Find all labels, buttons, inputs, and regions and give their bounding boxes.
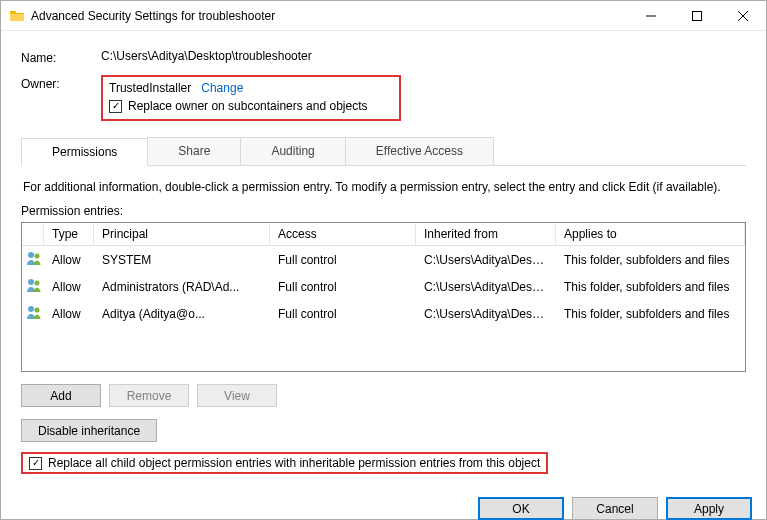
- cell-principal: Administrators (RAD\Ad...: [94, 278, 270, 296]
- owner-highlight-box: TrustedInstaller Change ✓ Replace owner …: [101, 75, 401, 121]
- owner-label: Owner:: [21, 75, 101, 121]
- svg-rect-0: [693, 11, 702, 20]
- col-inherited[interactable]: Inherited from: [416, 223, 556, 245]
- col-applies[interactable]: Applies to: [556, 223, 745, 245]
- svg-point-3: [28, 279, 34, 285]
- principal-icon: [22, 302, 44, 325]
- entry-action-row: Add Remove View: [21, 384, 746, 407]
- cell-inherited: C:\Users\Aditya\Deskt...: [416, 305, 556, 323]
- remove-button[interactable]: Remove: [109, 384, 189, 407]
- content-area: Name: C:\Users\Aditya\Desktop\troublesho…: [1, 31, 766, 486]
- name-label: Name:: [21, 49, 101, 65]
- table-row[interactable]: AllowAdministrators (RAD\Ad...Full contr…: [22, 273, 745, 300]
- owner-row: Owner: TrustedInstaller Change ✓ Replace…: [21, 75, 746, 121]
- disable-inheritance-row: Disable inheritance: [21, 419, 746, 442]
- dialog-window: Advanced Security Settings for troublesh…: [0, 0, 767, 520]
- replace-all-label: Replace all child object permission entr…: [48, 456, 540, 470]
- col-principal[interactable]: Principal: [94, 223, 270, 245]
- cell-applies: This folder, subfolders and files: [556, 278, 745, 296]
- permission-entries-list[interactable]: Type Principal Access Inherited from App…: [21, 222, 746, 372]
- folder-icon: [9, 8, 25, 24]
- svg-point-4: [35, 281, 40, 286]
- cell-access: Full control: [270, 305, 416, 323]
- svg-point-1: [28, 252, 34, 258]
- cell-access: Full control: [270, 251, 416, 269]
- tab-share[interactable]: Share: [147, 137, 241, 165]
- cell-applies: This folder, subfolders and files: [556, 305, 745, 323]
- entries-header-row: Type Principal Access Inherited from App…: [22, 223, 745, 246]
- replace-all-checkbox[interactable]: ✓: [29, 457, 42, 470]
- owner-value: TrustedInstaller: [109, 81, 191, 95]
- disable-inheritance-button[interactable]: Disable inheritance: [21, 419, 157, 442]
- cell-type: Allow: [44, 278, 94, 296]
- info-text: For additional information, double-click…: [23, 180, 744, 194]
- cell-applies: This folder, subfolders and files: [556, 251, 745, 269]
- name-value: C:\Users\Aditya\Desktop\troubleshooter: [101, 49, 746, 65]
- titlebar: Advanced Security Settings for troublesh…: [1, 1, 766, 31]
- add-button[interactable]: Add: [21, 384, 101, 407]
- replace-all-row: ✓ Replace all child object permission en…: [21, 452, 746, 474]
- col-access[interactable]: Access: [270, 223, 416, 245]
- svg-point-2: [35, 254, 40, 259]
- replace-owner-checkbox[interactable]: ✓: [109, 100, 122, 113]
- view-button[interactable]: View: [197, 384, 277, 407]
- entries-heading: Permission entries:: [21, 204, 746, 218]
- cell-principal: Aditya (Aditya@o...: [94, 305, 270, 323]
- cell-type: Allow: [44, 251, 94, 269]
- table-row[interactable]: AllowSYSTEMFull controlC:\Users\Aditya\D…: [22, 246, 745, 273]
- cell-access: Full control: [270, 278, 416, 296]
- table-row[interactable]: AllowAditya (Aditya@o...Full controlC:\U…: [22, 300, 745, 327]
- svg-point-5: [28, 306, 34, 312]
- entries-body: AllowSYSTEMFull controlC:\Users\Aditya\D…: [22, 246, 745, 371]
- cancel-button[interactable]: Cancel: [572, 497, 658, 520]
- window-title: Advanced Security Settings for troublesh…: [31, 9, 628, 23]
- cell-inherited: C:\Users\Aditya\Deskt...: [416, 251, 556, 269]
- close-button[interactable]: [720, 1, 766, 31]
- cell-inherited: C:\Users\Aditya\Deskt...: [416, 278, 556, 296]
- tabs: Permissions Share Auditing Effective Acc…: [21, 137, 746, 166]
- svg-point-6: [35, 308, 40, 313]
- minimize-button[interactable]: [628, 1, 674, 31]
- cell-type: Allow: [44, 305, 94, 323]
- col-type[interactable]: Type: [44, 223, 94, 245]
- name-row: Name: C:\Users\Aditya\Desktop\troublesho…: [21, 49, 746, 65]
- tab-effective-access[interactable]: Effective Access: [345, 137, 494, 165]
- replace-all-highlight-box[interactable]: ✓ Replace all child object permission en…: [21, 452, 548, 474]
- principal-icon: [22, 248, 44, 271]
- replace-owner-checkbox-row[interactable]: ✓ Replace owner on subcontainers and obj…: [109, 99, 393, 113]
- tab-permissions[interactable]: Permissions: [21, 138, 148, 166]
- replace-owner-label: Replace owner on subcontainers and objec…: [128, 99, 367, 113]
- dialog-footer: OK Cancel Apply: [1, 486, 766, 520]
- ok-button[interactable]: OK: [478, 497, 564, 520]
- principal-icon: [22, 275, 44, 298]
- maximize-button[interactable]: [674, 1, 720, 31]
- change-owner-link[interactable]: Change: [201, 81, 243, 95]
- cell-principal: SYSTEM: [94, 251, 270, 269]
- apply-button[interactable]: Apply: [666, 497, 752, 520]
- tab-auditing[interactable]: Auditing: [240, 137, 345, 165]
